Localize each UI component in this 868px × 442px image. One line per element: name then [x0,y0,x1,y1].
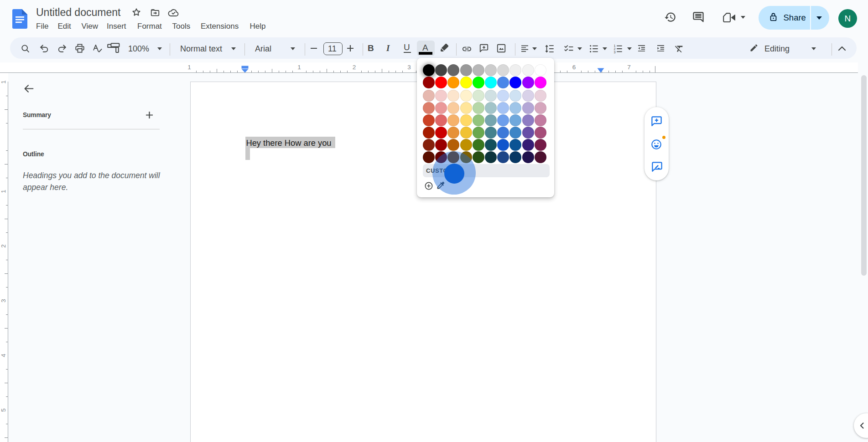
svg-text:3: 3 [613,50,615,54]
